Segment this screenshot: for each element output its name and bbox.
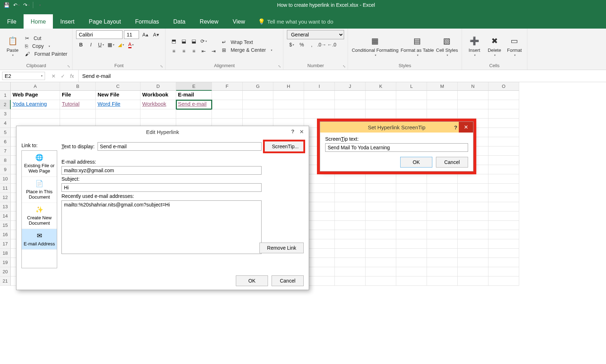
screentip-text-input[interactable] [325, 143, 468, 152]
cell-N18[interactable] [458, 249, 488, 258]
cell-E1[interactable]: E-mail [176, 91, 212, 100]
column-header-O[interactable]: O [488, 82, 519, 91]
redo-icon[interactable]: ↷▾ [23, 1, 30, 9]
name-box[interactable]: E2▾ [2, 72, 45, 80]
font-name-input[interactable] [76, 30, 123, 39]
cell-L14[interactable] [396, 211, 427, 221]
dialog-close-icon[interactable]: ✕ [294, 126, 309, 138]
cell-O11[interactable] [488, 184, 519, 193]
insert-cells-button[interactable]: ➕Insert▾ [466, 35, 483, 57]
column-header-C[interactable]: C [96, 82, 140, 91]
row-header-14[interactable]: 14 [0, 211, 11, 221]
cell-N14[interactable] [458, 211, 488, 221]
increase-font-icon[interactable]: A▴ [140, 30, 150, 39]
cancel-formula-icon[interactable]: ✕ [51, 73, 56, 79]
column-header-F[interactable]: F [212, 82, 243, 91]
subject-input[interactable] [61, 183, 262, 192]
cell-O19[interactable] [488, 258, 519, 267]
number-format-select[interactable]: General [287, 30, 344, 39]
cell-M1[interactable] [427, 91, 458, 100]
cell-L13[interactable] [396, 202, 427, 211]
cell-K14[interactable] [366, 211, 396, 221]
align-top-icon[interactable]: ⬒ [169, 36, 178, 46]
cell-J15[interactable] [335, 221, 366, 230]
cell-L3[interactable] [396, 109, 427, 119]
decrease-decimal-icon[interactable]: ←.0 [327, 40, 336, 49]
font-color-button[interactable]: A▾ [126, 40, 135, 49]
cell-J1[interactable] [335, 91, 366, 100]
cell-J20[interactable] [335, 267, 366, 276]
cell-K16[interactable] [366, 230, 396, 239]
tab-data[interactable]: Data [166, 14, 193, 29]
row-header-4[interactable]: 4 [0, 119, 11, 128]
fill-color-button[interactable]: ◢▾ [116, 40, 125, 49]
remove-link-button[interactable]: Remove Link [259, 243, 304, 253]
cell-H2[interactable] [273, 100, 304, 109]
cell-F2[interactable] [212, 100, 243, 109]
tab-view[interactable]: View [225, 14, 252, 29]
hyperlink[interactable]: Send e-mail [178, 101, 207, 107]
row-header-19[interactable]: 19 [0, 258, 11, 267]
cell-O10[interactable] [488, 174, 519, 184]
bold-button[interactable]: B [76, 40, 85, 49]
increase-decimal-icon[interactable]: .0→ [317, 40, 326, 49]
cell-O9[interactable] [488, 165, 519, 174]
cell-L12[interactable] [396, 193, 427, 202]
hyperlink[interactable]: Tutorial [62, 101, 79, 107]
cell-F3[interactable] [212, 109, 243, 119]
cell-J12[interactable] [335, 193, 366, 202]
cell-O17[interactable] [488, 239, 519, 249]
cell-O20[interactable] [488, 267, 519, 276]
cell-K18[interactable] [366, 249, 396, 258]
cell-N13[interactable] [458, 202, 488, 211]
align-bottom-icon[interactable]: ⬓ [189, 36, 198, 46]
align-middle-icon[interactable]: ⬓ [179, 36, 188, 46]
hyperlink[interactable]: Yoda Learning [13, 101, 47, 107]
align-right-icon[interactable]: ≡ [189, 46, 198, 56]
cell-J18[interactable] [335, 249, 366, 258]
row-header-20[interactable]: 20 [0, 267, 11, 276]
cell-N16[interactable] [458, 230, 488, 239]
format-cells-button[interactable]: ▭Format▾ [506, 35, 523, 57]
tab-file[interactable]: File [0, 14, 24, 29]
row-header-5[interactable]: 5 [0, 128, 11, 137]
cell-L18[interactable] [396, 249, 427, 258]
cell-I1[interactable] [304, 91, 335, 100]
column-header-L[interactable]: L [396, 82, 427, 91]
linkto-existing-file[interactable]: 🌐Existing File or Web Page [22, 151, 57, 177]
tab-review[interactable]: Review [193, 14, 225, 29]
cell-K21[interactable] [366, 276, 396, 286]
cell-N20[interactable] [458, 267, 488, 276]
cell-M2[interactable] [427, 100, 458, 109]
row-header-16[interactable]: 16 [0, 230, 11, 239]
cell-J10[interactable] [335, 174, 366, 184]
row-header-12[interactable]: 12 [0, 193, 11, 202]
row-header-9[interactable]: 9 [0, 165, 11, 174]
italic-button[interactable]: I [86, 40, 95, 49]
tab-home[interactable]: Home [24, 14, 53, 29]
row-header-8[interactable]: 8 [0, 156, 11, 165]
cell-M11[interactable] [427, 184, 458, 193]
hyperlink[interactable]: Workbook [142, 101, 166, 107]
cell-K10[interactable] [366, 174, 396, 184]
cell-O12[interactable] [488, 193, 519, 202]
row-header-2[interactable]: 2 [0, 100, 11, 109]
cell-O3[interactable] [488, 109, 519, 119]
cell-L17[interactable] [396, 239, 427, 249]
screentip-help-icon[interactable]: ? [454, 124, 457, 130]
cell-M10[interactable] [427, 174, 458, 184]
cell-J17[interactable] [335, 239, 366, 249]
tab-formulas[interactable]: Formulas [128, 14, 166, 29]
cell-O8[interactable] [488, 156, 519, 165]
dialog-ok-button[interactable]: OK [236, 275, 268, 286]
cell-K19[interactable] [366, 258, 396, 267]
cell-N3[interactable] [458, 109, 488, 119]
column-header-B[interactable]: B [60, 82, 96, 91]
column-header-E[interactable]: E [176, 82, 212, 91]
cell-N17[interactable] [458, 239, 488, 249]
select-all-corner[interactable] [0, 82, 11, 91]
cell-F1[interactable] [212, 91, 243, 100]
screentip-title-bar[interactable]: Set Hyperlink ScreenTip ? ✕ [320, 122, 473, 133]
qat-customize-icon[interactable]: ▾ [36, 1, 43, 9]
currency-icon[interactable]: $▾ [287, 40, 296, 49]
